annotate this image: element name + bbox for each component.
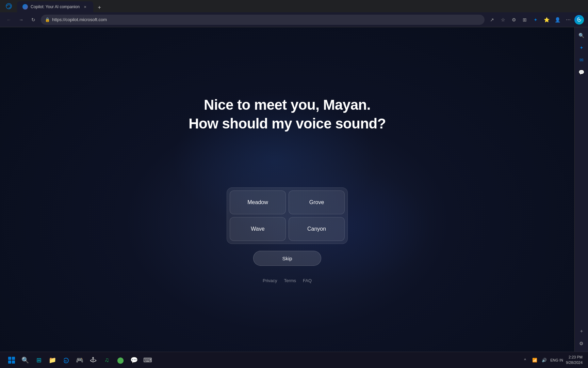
taskbar-gamepad[interactable]: 🕹 — [87, 354, 99, 366]
tray-network[interactable]: 📶 — [531, 357, 538, 364]
right-sidebar: 🔍 ✦ ✉ 💬 ＋ ⚙ — [574, 27, 588, 352]
share-icon[interactable]: ↗ — [487, 15, 497, 25]
split-screen-icon[interactable]: ⊞ — [520, 15, 529, 25]
active-tab[interactable]: Copilot: Your AI companion ✕ — [17, 1, 93, 12]
address-bar[interactable]: 🔒 https://copilot.microsoft.com — [41, 15, 485, 25]
voice-option-grove[interactable]: Grove — [289, 190, 345, 214]
profile-icon[interactable]: 👤 — [553, 15, 562, 25]
sidebar-copilot-icon[interactable]: ✦ — [576, 42, 587, 53]
voice-option-meadow[interactable]: Meadow — [230, 190, 286, 214]
taskbar-discord[interactable]: 💬 — [128, 354, 140, 366]
taskbar-edge[interactable] — [60, 354, 72, 366]
main-heading: Nice to meet you, Mayan. How should my v… — [189, 96, 386, 133]
windows-logo — [8, 357, 15, 364]
tray-volume[interactable]: 🔊 — [541, 357, 548, 364]
tray-language[interactable]: ENG IN — [550, 358, 563, 362]
address-text: https://copilot.microsoft.com — [52, 17, 480, 22]
taskbar-steam[interactable]: 🎮 — [74, 354, 86, 366]
skip-button[interactable]: Skip — [253, 251, 321, 266]
tab-title: Copilot: Your AI companion — [31, 4, 80, 9]
page-content: Nice to meet you, Mayan. How should my v… — [0, 27, 574, 352]
browser-extensions-icon[interactable]: ⚙ — [509, 15, 519, 25]
footer-links: Privacy Terms FAQ — [263, 278, 312, 283]
taskbar-spotifiy[interactable]: ♫ — [101, 354, 113, 366]
voice-grid: Meadow Grove Wave Canyon — [227, 187, 348, 244]
taskbar-terminal[interactable]: ⌨ — [142, 354, 154, 366]
start-button[interactable] — [5, 354, 18, 366]
taskbar-search[interactable]: 🔍 — [19, 354, 31, 366]
clock-time: 2:23 PM — [566, 355, 583, 360]
content-area: Nice to meet you, Mayan. How should my v… — [0, 27, 588, 352]
forward-button[interactable]: → — [16, 15, 26, 25]
faq-link[interactable]: FAQ — [303, 278, 312, 283]
taskbar-tray: ^ 📶 🔊 ENG IN 2:23 PM 9/28/2024 — [522, 355, 583, 365]
sidebar-outlook-icon[interactable]: ✉ — [576, 55, 587, 65]
favorites-icon[interactable]: ☆ — [498, 15, 508, 25]
toolbar-icons: ↗ ☆ ⚙ ⊞ ✦ ⭐ 👤 ⋯ — [487, 15, 584, 25]
tab-close-button[interactable]: ✕ — [82, 4, 88, 10]
taskbar-widgets[interactable]: ⊞ — [33, 354, 45, 366]
sidebar-skype-icon[interactable]: 💬 — [576, 67, 587, 78]
new-tab-button[interactable]: + — [95, 3, 104, 12]
tray-up-arrow[interactable]: ^ — [522, 357, 528, 364]
address-bar-row: ← → ↻ 🔒 https://copilot.microsoft.com ↗ … — [0, 12, 588, 27]
browser-frame: Copilot: Your AI companion ✕ + ← → ↻ 🔒 h… — [0, 0, 588, 368]
taskbar: 🔍 ⊞ 📁 🎮 🕹 ♫ ⬤ 💬 ⌨ ^ 📶 🔊 ENG IN 2:23 PM 9… — [0, 352, 588, 368]
privacy-link[interactable]: Privacy — [263, 278, 277, 283]
edge-copilot-icon[interactable] — [574, 15, 584, 25]
sidebar-add-icon[interactable]: ＋ — [576, 326, 587, 337]
favorites-bar-icon[interactable]: ⭐ — [542, 15, 551, 25]
refresh-button[interactable]: ↻ — [29, 15, 38, 25]
taskbar-chrome[interactable]: ⬤ — [114, 354, 127, 366]
terms-link[interactable]: Terms — [284, 278, 296, 283]
voice-options-container: Meadow Grove Wave Canyon Skip Privacy Te… — [227, 187, 348, 283]
tray-clock[interactable]: 2:23 PM 9/28/2024 — [566, 355, 583, 365]
copilot-icon[interactable]: ✦ — [531, 15, 540, 25]
back-button[interactable]: ← — [4, 15, 14, 25]
sidebar-search-icon[interactable]: 🔍 — [576, 30, 587, 41]
heading-line1: Nice to meet you, Mayan. — [189, 96, 386, 114]
tab-bar: Copilot: Your AI companion ✕ + — [0, 0, 588, 12]
clock-date: 9/28/2024 — [566, 360, 583, 365]
more-menu-icon[interactable]: ⋯ — [564, 15, 573, 25]
tab-favicon — [22, 4, 28, 10]
svg-point-1 — [578, 19, 580, 20]
heading-line2: How should my voice sound? — [189, 114, 386, 133]
taskbar-file-explorer[interactable]: 📁 — [46, 354, 59, 366]
sidebar-settings-icon[interactable]: ⚙ — [576, 338, 587, 349]
voice-option-wave[interactable]: Wave — [230, 217, 286, 241]
voice-option-canyon[interactable]: Canyon — [289, 217, 345, 241]
browser-profile-icon[interactable] — [3, 0, 15, 12]
